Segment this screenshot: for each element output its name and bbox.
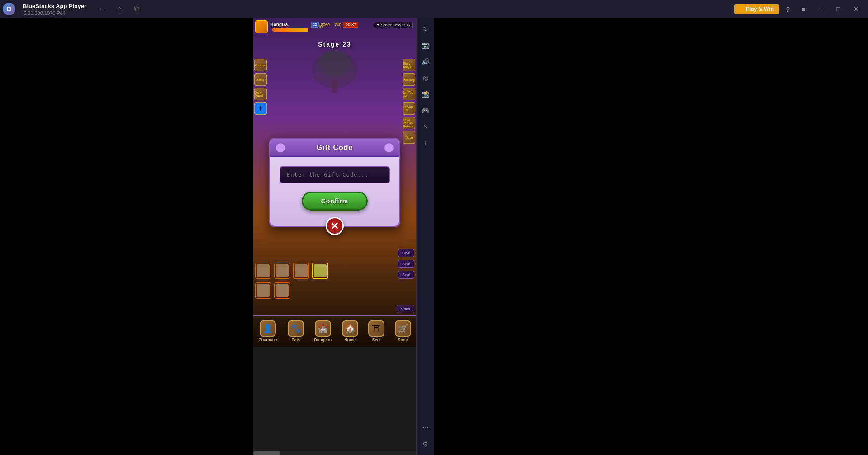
sidebar-rotate-btn[interactable]: ↻: [418, 22, 433, 36]
game-battle-area: Seal Seal Seal Stats: [253, 225, 416, 315]
seal-button-2[interactable]: Seal: [398, 260, 414, 268]
help-button[interactable]: ?: [781, 2, 795, 16]
char-slot-3[interactable]: [293, 263, 309, 279]
game-bottom-nav: 👤 Character 🐾 Pals 🏰 Dungeon 🏠 Home ⛩: [253, 315, 416, 347]
pals-icon: 🐾: [288, 320, 304, 337]
home-icon: 🏠: [342, 320, 358, 337]
player-name: KangGa: [270, 22, 308, 27]
gift-code-input[interactable]: [280, 166, 390, 183]
seal-button-3[interactable]: Seal: [398, 271, 414, 279]
app-version: 5.21.300.1070 P64: [24, 10, 86, 16]
stat1: 3069: [321, 23, 330, 27]
sidebar-resize-btn[interactable]: ⤡: [418, 119, 433, 134]
minimize-button[interactable]: −: [812, 2, 828, 16]
dd-badge: DD X7: [343, 22, 358, 28]
app-name: BlueStacks App Player: [23, 3, 86, 9]
sidebar-apk-btn[interactable]: ↓: [418, 136, 433, 150]
right-side-icons: Story Stage Wukong 1st Top up Top-up Gif…: [403, 59, 415, 144]
dialog-title: Gift Code: [317, 144, 353, 151]
daily-quest-icon[interactable]: Daily Quest: [254, 88, 267, 100]
story-stage-icon[interactable]: Story Stage: [403, 59, 415, 71]
left-side-icons: Voucher Market Daily Quest f: [254, 59, 267, 115]
dialog-title-bar: Gift Code: [270, 139, 399, 157]
topup-gift-icon[interactable]: Top-up Gift: [403, 102, 415, 115]
character-label: Character: [258, 338, 277, 342]
play-dot: [740, 7, 744, 11]
play-win-button[interactable]: Play & Win: [734, 4, 779, 14]
menu-button[interactable]: ≡: [797, 2, 810, 16]
shop-label: Shop: [398, 338, 408, 342]
nav-pals[interactable]: 🐾 Pals: [288, 320, 304, 342]
left-black-area: [0, 18, 253, 455]
home-label: Home: [344, 338, 356, 342]
titlebar: B BlueStacks App Player 5.21.300.1070 P6…: [0, 0, 868, 18]
community-icon[interactable]: f: [254, 102, 267, 115]
nav-controls: ← ⌂ ⧉: [95, 2, 143, 16]
stats-button[interactable]: Stats: [397, 305, 414, 313]
confirm-button[interactable]: Confirm: [302, 192, 368, 211]
sidebar-volume-btn[interactable]: 🔊: [418, 54, 433, 69]
sidebar-more-btn[interactable]: ⋯: [418, 421, 433, 435]
sidebar-controller-btn[interactable]: 🎮: [418, 103, 433, 117]
nav-home[interactable]: 🏠 Home: [342, 320, 358, 342]
right-black-area: [434, 18, 868, 455]
player-avatar: [255, 20, 268, 33]
sect-icon: ⛩: [368, 320, 384, 337]
nav-dungeon[interactable]: 🏰 Dungeon: [314, 320, 332, 342]
dialog-close-button[interactable]: [326, 217, 344, 235]
nav-sect[interactable]: ⛩ Sect: [368, 320, 384, 342]
hp-bar: [272, 28, 308, 32]
bluestacks-sidebar: ↻ 📷 🔊 ◎ 📸 🎮 ⤡ ↓ ⋯ ⚙: [416, 18, 434, 455]
sidebar-settings-btn[interactable]: ⚙: [418, 437, 433, 451]
total-topup-icon[interactable]: Total Top up Rebate: [403, 117, 415, 129]
char-slot-5[interactable]: [255, 282, 271, 299]
back-button[interactable]: ←: [95, 2, 109, 16]
server-time[interactable]: ▼ Server Time(EST): [374, 22, 413, 28]
gift-code-dialog: Gift Code Confirm: [269, 138, 400, 227]
logo-circle: B: [3, 3, 15, 15]
scrollbar-thumb[interactable]: [253, 451, 280, 455]
stage-label: Stage 23: [318, 41, 351, 48]
nav-character[interactable]: 👤 Character: [258, 320, 277, 342]
stat2: 740: [334, 23, 341, 27]
close-button[interactable]: ✕: [848, 2, 864, 16]
char-slot-4[interactable]: [312, 263, 328, 279]
first-topup-icon[interactable]: 1st Top up: [403, 88, 415, 100]
main-area: KangGa 62510 12 3069 · 740 DD X7 ▼ Serve…: [0, 18, 868, 455]
sidebar-camera-btn[interactable]: 📸: [418, 87, 433, 101]
voucher-icon[interactable]: Voucher: [254, 59, 267, 71]
dungeon-label: Dungeon: [314, 338, 332, 342]
character-icon: 👤: [260, 320, 276, 337]
shop-icon: 🛒: [395, 320, 411, 337]
app-logo: B: [0, 0, 18, 18]
titlebar-right: Play & Win ? ≡ − □ ✕: [734, 2, 868, 16]
scrollbar-area: [253, 451, 416, 455]
market-icon[interactable]: Market: [254, 73, 267, 86]
char-slot-2[interactable]: [274, 263, 290, 279]
wukong-icon[interactable]: Wukong: [403, 73, 415, 86]
trove-icon[interactable]: Trove: [403, 131, 415, 144]
dialog-body: Confirm: [270, 157, 399, 215]
char-slot-6[interactable]: [274, 282, 290, 299]
home-button[interactable]: ⌂: [113, 2, 126, 16]
seal-button-1[interactable]: Seal: [398, 249, 414, 257]
nav-shop[interactable]: 🛒 Shop: [395, 320, 411, 342]
game-viewport[interactable]: KangGa 62510 12 3069 · 740 DD X7 ▼ Serve…: [253, 18, 416, 347]
sidebar-screenshot-btn[interactable]: 📷: [418, 38, 433, 52]
multi-button[interactable]: ⧉: [130, 2, 143, 16]
game-ui: KangGa 62510 12 3069 · 740 DD X7 ▼ Serve…: [253, 18, 416, 347]
sect-label: Sect: [372, 338, 381, 342]
pals-label: Pals: [291, 338, 300, 342]
stat-bar: 12 3069 · 740 DD X7: [311, 22, 358, 28]
maximize-button[interactable]: □: [830, 2, 846, 16]
dungeon-icon: 🏰: [315, 320, 331, 337]
char-slot-1[interactable]: [255, 263, 271, 279]
level-badge: 12: [311, 22, 319, 28]
sidebar-location-btn[interactable]: ◎: [418, 70, 433, 85]
